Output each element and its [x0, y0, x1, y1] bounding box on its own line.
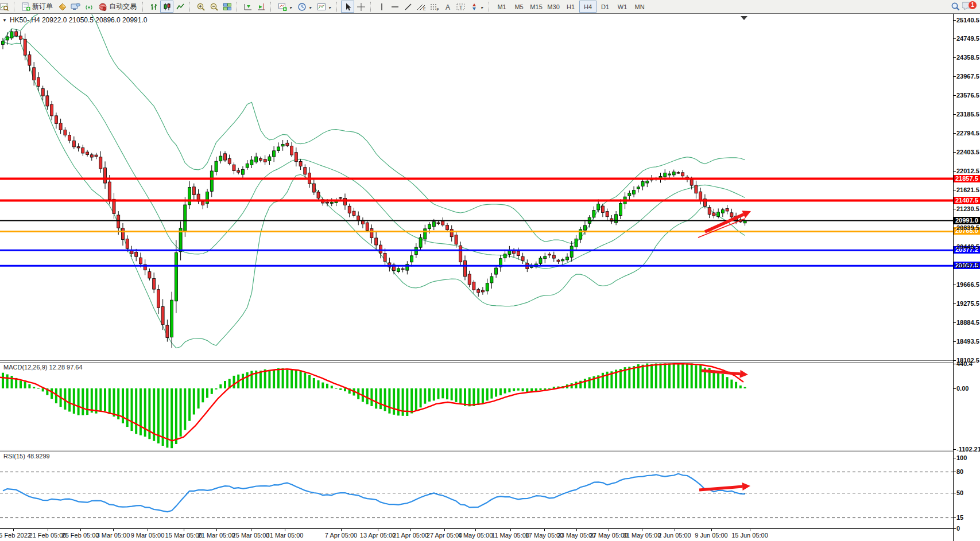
- annotation-arrow[interactable]: [702, 371, 740, 374]
- equidistant-channel-button[interactable]: E: [415, 1, 428, 13]
- toolbar-separator: [489, 2, 491, 12]
- zoom-out-button[interactable]: [207, 1, 220, 13]
- macd-histogram-bar: [686, 364, 688, 389]
- candle-body: [28, 55, 31, 65]
- time-tick: [510, 529, 511, 531]
- timeframe-m30-button[interactable]: M30: [545, 1, 562, 13]
- signals-button[interactable]: [82, 1, 95, 13]
- vertical-line-button[interactable]: [375, 1, 388, 13]
- search-button[interactable]: [949, 1, 962, 13]
- macd-histogram-bar: [668, 364, 671, 389]
- macd-canvas[interactable]: [0, 363, 953, 450]
- candle-body: [184, 205, 187, 231]
- new-chart-button[interactable]: [275, 1, 295, 13]
- macd-histogram-bar: [420, 388, 422, 407]
- time-tick-label: 21 Feb 05:00: [29, 532, 67, 539]
- candle-body: [219, 156, 222, 161]
- trendline-button[interactable]: [401, 1, 415, 13]
- crosshair-button[interactable]: [354, 1, 367, 13]
- collapse-icon[interactable]: ▼: [2, 18, 7, 23]
- price-axis[interactable]: 21857.521407.520991.020768.020377.220057…: [953, 14, 980, 541]
- price-level-label: 21407.5: [954, 197, 980, 204]
- candlestick-chart-button[interactable]: [160, 1, 173, 13]
- notification-badge[interactable]: 1: [969, 1, 977, 9]
- bollinger-band-line: [3, 36, 745, 268]
- annotation-trendline[interactable]: [698, 219, 745, 238]
- time-tick: [285, 529, 285, 531]
- candle-body: [286, 143, 289, 146]
- new-order-button[interactable]: 新订单: [18, 1, 56, 13]
- macd-histogram-bar: [233, 376, 235, 388]
- macd-histogram-bar: [95, 388, 98, 414]
- metaeditor-button[interactable]: [56, 1, 69, 13]
- fibonacci-button[interactable]: F: [428, 1, 441, 13]
- macd-histogram-bar: [517, 388, 520, 391]
- annotation-arrow[interactable]: [699, 486, 742, 490]
- text-button[interactable]: A: [441, 1, 454, 13]
- candle-body: [326, 202, 329, 203]
- macd-histogram-bar: [388, 388, 390, 414]
- bar-chart-button[interactable]: [147, 1, 160, 13]
- terminal-button[interactable]: [69, 1, 82, 13]
- candle-body: [486, 283, 489, 291]
- timeframe-mn-button[interactable]: MN: [631, 1, 648, 13]
- timeframe-m15-button[interactable]: M15: [528, 1, 545, 13]
- timeframe-m5-button[interactable]: M5: [510, 1, 528, 13]
- macd-histogram-bar: [468, 388, 471, 406]
- templates-button[interactable]: [314, 1, 334, 13]
- line-chart-button[interactable]: [173, 1, 187, 13]
- price-tick-label: 23967.5: [956, 73, 979, 80]
- timeframe-h1-button[interactable]: H1: [562, 1, 579, 13]
- main-chart-canvas[interactable]: [0, 14, 953, 360]
- tile-windows-button[interactable]: [220, 1, 234, 13]
- auto-trading-button[interactable]: 自动交易: [95, 1, 140, 13]
- timeframe-d1-button[interactable]: D1: [596, 1, 614, 13]
- candle-body: [717, 212, 720, 217]
- chat-button[interactable]: 1: [962, 1, 973, 13]
- candle-body: [570, 246, 573, 257]
- macd-histogram-bar: [224, 381, 226, 388]
- text-label-button[interactable]: T: [454, 1, 467, 13]
- horizontal-line-icon: [390, 2, 400, 11]
- candle-body: [175, 252, 177, 301]
- time-tick: [444, 529, 445, 531]
- macd-histogram-bar: [513, 388, 515, 391]
- time-axis[interactable]: 15 Feb 202221 Feb 05:0025 Feb 05:003 Mar…: [0, 528, 953, 541]
- candle-body: [481, 290, 484, 292]
- shift-marker-icon[interactable]: [741, 16, 747, 20]
- candle-body: [277, 147, 280, 150]
- zoom-in-button[interactable]: [194, 1, 207, 13]
- macd-histogram-bar: [175, 388, 177, 444]
- price-tick-label: 21621.5: [956, 186, 979, 193]
- timeframe-h4-button[interactable]: H4: [579, 1, 596, 13]
- timeframe-w1-button[interactable]: W1: [614, 1, 631, 13]
- profiles-button[interactable]: [0, 1, 11, 13]
- candle-body: [641, 181, 644, 186]
- price-tick-dash: [954, 133, 956, 134]
- annotation-arrow[interactable]: [705, 215, 743, 232]
- fibonacci-icon: F: [429, 2, 440, 11]
- periods-button[interactable]: [295, 1, 314, 13]
- macd-histogram-bar: [326, 384, 328, 388]
- macd-histogram-bar: [344, 388, 346, 391]
- price-tick-dash: [954, 190, 956, 190]
- candle-body: [397, 268, 400, 272]
- horizontal-line-button[interactable]: [388, 1, 401, 13]
- auto-scroll-button[interactable]: [241, 1, 254, 13]
- annotation-arrow-head: [739, 370, 748, 378]
- chart-shift-button[interactable]: [254, 1, 268, 13]
- cursor-button[interactable]: [341, 1, 354, 13]
- macd-histogram-bar: [64, 388, 66, 410]
- timeframe-m1-button[interactable]: M1: [493, 1, 510, 13]
- candle-body: [135, 252, 138, 257]
- time-tick-label: 21 Mar 05:00: [198, 532, 235, 539]
- macd-histogram-bar: [308, 375, 311, 388]
- pane-separator[interactable]: [0, 450, 953, 452]
- rsi-canvas[interactable]: [0, 452, 953, 528]
- price-tick-dash: [954, 285, 956, 285]
- macd-histogram-bar: [628, 367, 630, 388]
- price-tick-label: 19275.5: [956, 300, 979, 307]
- pane-separator[interactable]: [0, 360, 953, 363]
- candle-body: [521, 256, 524, 260]
- arrows-tool-button[interactable]: [467, 1, 486, 13]
